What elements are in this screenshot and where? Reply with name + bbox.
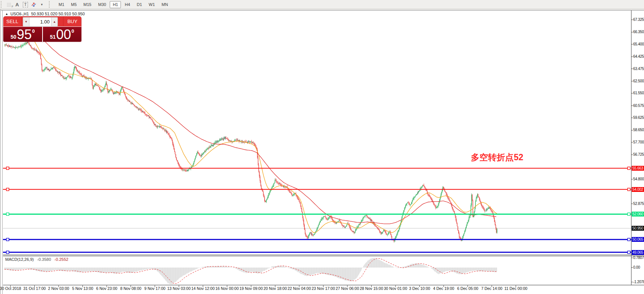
timeframe-button-H4[interactable]: H4 bbox=[122, 1, 133, 8]
time-axis-label: 11 Dec 00:00 bbox=[504, 286, 528, 291]
macd-axis-label: 0.00 bbox=[633, 265, 644, 270]
timeframe-group: M1M5M15M30H1H4D1W1MN bbox=[55, 1, 171, 8]
line-handle bbox=[628, 238, 630, 241]
time-axis-label: 30 Oct 2018 bbox=[0, 286, 21, 291]
buy-price-sup: 0 bbox=[71, 28, 74, 34]
time-axis-label: 16 Nov 00:00 bbox=[215, 286, 238, 291]
line-handle bbox=[628, 213, 630, 215]
price-axis-tick-label: 57.700 bbox=[633, 140, 644, 145]
time-axis-label: 27 Nov 06:00 bbox=[336, 286, 359, 291]
chart-title: ▲ USOil-,H1 50.930 51.020 50.910 50.950 bbox=[5, 12, 85, 16]
line-handle bbox=[628, 167, 630, 170]
line-handle bbox=[6, 167, 9, 170]
volume-input[interactable] bbox=[29, 18, 51, 26]
chart-annotation-text[interactable]: 多空转折点52 bbox=[471, 152, 523, 163]
candlestick-series bbox=[4, 41, 497, 242]
line-handle bbox=[6, 238, 9, 241]
price-axis-tick-label: 66.350 bbox=[633, 30, 644, 34]
price-axis-tick-label: 63.475 bbox=[633, 67, 644, 71]
price-axis-tick-label: 67.325 bbox=[633, 18, 644, 22]
time-axis-label: 23 Nov 17:00 bbox=[312, 286, 335, 291]
price-axis-tick-label: 60.575 bbox=[633, 104, 644, 108]
price-line-label-50.065: 50.065 bbox=[632, 237, 644, 242]
time-axis-label: 7 Dec 14:00 bbox=[481, 286, 503, 291]
time-axis-label: 6 Nov 23:00 bbox=[96, 286, 118, 291]
timeframe-button-M5[interactable]: M5 bbox=[68, 1, 79, 8]
time-axis-label: 3 Dec 10:00 bbox=[409, 286, 430, 291]
sell-price-small: 50 bbox=[10, 34, 16, 40]
toolbar-drag-handle[interactable] bbox=[1, 1, 4, 8]
dropdown-caret-icon[interactable]: ▾ bbox=[38, 1, 46, 8]
time-axis-label: 14 Nov 12:00 bbox=[191, 286, 215, 291]
line-handle bbox=[6, 251, 9, 254]
price-axis-tick-label: 58.650 bbox=[633, 128, 644, 132]
volume-spinner: ▼ ▲ bbox=[23, 17, 58, 26]
price-axis-tick-label: 56.725 bbox=[633, 152, 644, 157]
volume-increase-button[interactable]: ▲ bbox=[51, 18, 57, 26]
sell-button[interactable]: SELL bbox=[3, 16, 22, 26]
price-axis-tick-label: 64.425 bbox=[633, 54, 644, 59]
price-axis-tick-label: 61.550 bbox=[633, 91, 644, 95]
ma-slow-line bbox=[45, 42, 496, 224]
time-axis-label: 20 Nov 18:00 bbox=[263, 286, 287, 291]
buy-price-big: 00 bbox=[56, 28, 71, 41]
buy-price-small: 51 bbox=[50, 34, 56, 40]
time-axis-label: 19 Nov 09:00 bbox=[240, 286, 263, 291]
ma-fast-line bbox=[35, 42, 497, 233]
timeframe-button-H1[interactable]: H1 bbox=[110, 1, 121, 8]
timeframe-button-M30[interactable]: M30 bbox=[95, 1, 109, 8]
macd-name: MACD(12,26,9) bbox=[5, 257, 34, 262]
time-axis-label: 6 Dec 05:00 bbox=[457, 286, 478, 291]
price-line-label-49.065: 49.065 bbox=[632, 250, 644, 255]
timeframe-button-M1[interactable]: M1 bbox=[56, 1, 67, 8]
price-axis-tick-label: 54.800 bbox=[633, 177, 644, 181]
timeframe-button-MN[interactable]: MN bbox=[159, 1, 171, 8]
one-click-trading-panel: SELL ▼ ▲ BUY 50 95 0 51 00 0 bbox=[3, 16, 81, 42]
cycle-arrows-icon[interactable] bbox=[30, 1, 37, 8]
price-axis-tick-label: 52.875 bbox=[633, 202, 644, 206]
time-axis-label: 31 Oct 17:00 bbox=[23, 286, 46, 291]
line-handle bbox=[628, 188, 630, 191]
macd-axis-label: 0.7807 bbox=[633, 256, 644, 260]
price-axis-tick-label: 65.400 bbox=[633, 42, 644, 47]
symbol-period-label: USOil-,H1 bbox=[10, 12, 29, 16]
buy-button[interactable]: BUY bbox=[63, 16, 81, 26]
price-axis-tick-label: 62.500 bbox=[633, 79, 644, 83]
one-click-toggle-icon[interactable]: ▲ bbox=[5, 12, 8, 16]
trade-panel-top-row: SELL ▼ ▲ BUY bbox=[3, 16, 81, 27]
macd-main-value: -0.3580 bbox=[37, 257, 51, 262]
time-axis-label: 28 Nov 15:00 bbox=[360, 286, 383, 291]
price-axis-tick-label: 59.625 bbox=[633, 116, 644, 120]
price-line-label-55.663: 55.663 bbox=[632, 166, 644, 171]
line-handle bbox=[628, 251, 630, 254]
price-line-label-50.950: 50.950 bbox=[632, 226, 644, 231]
time-axis-label: 5 Nov 13:00 bbox=[72, 286, 93, 291]
dots-grid-icon[interactable]: F bbox=[5, 1, 13, 8]
line-handle bbox=[6, 213, 9, 215]
timeframe-button-M15[interactable]: M15 bbox=[81, 1, 94, 8]
line-handle bbox=[6, 188, 9, 191]
top-toolbar: F A T ▾ M1M5M15M30H1H4D1W1MN bbox=[0, 0, 644, 9]
sell-price-display[interactable]: 50 95 0 bbox=[3, 27, 43, 42]
macd-signal-value: -0.2552 bbox=[54, 257, 68, 262]
text-label-icon[interactable]: T bbox=[22, 1, 29, 8]
macd-histogram bbox=[4, 258, 497, 284]
macd-indicator-label: MACD(12,26,9) -0.3580 -0.2552 bbox=[5, 257, 68, 262]
timeframe-group-handle[interactable] bbox=[49, 1, 52, 8]
price-line-label-54.002: 54.002 bbox=[632, 187, 644, 192]
sell-price-big: 95 bbox=[17, 28, 32, 41]
time-axis-label: 9 Nov 17:00 bbox=[144, 286, 166, 291]
time-axis-label: 4 Dec 19:00 bbox=[433, 286, 454, 291]
buy-price-display[interactable]: 51 00 0 bbox=[43, 27, 82, 42]
trade-panel-prices: 50 95 0 51 00 0 bbox=[3, 27, 81, 42]
volume-decrease-button[interactable]: ▼ bbox=[23, 18, 29, 26]
timeframe-button-D1[interactable]: D1 bbox=[134, 1, 145, 8]
price-line-label-52.060: 52.060 bbox=[632, 212, 644, 216]
macd-axis-label: -1.2078 bbox=[633, 280, 644, 284]
ohlc-quote-label: 50.930 51.020 50.910 50.950 bbox=[31, 12, 85, 16]
time-axis-label: 2 Nov 03:00 bbox=[48, 286, 69, 291]
font-icon[interactable]: A bbox=[13, 1, 21, 8]
timeframe-button-W1[interactable]: W1 bbox=[146, 1, 158, 8]
time-axis-label: 22 Nov 04:00 bbox=[288, 286, 311, 291]
price-chart bbox=[0, 0, 644, 294]
